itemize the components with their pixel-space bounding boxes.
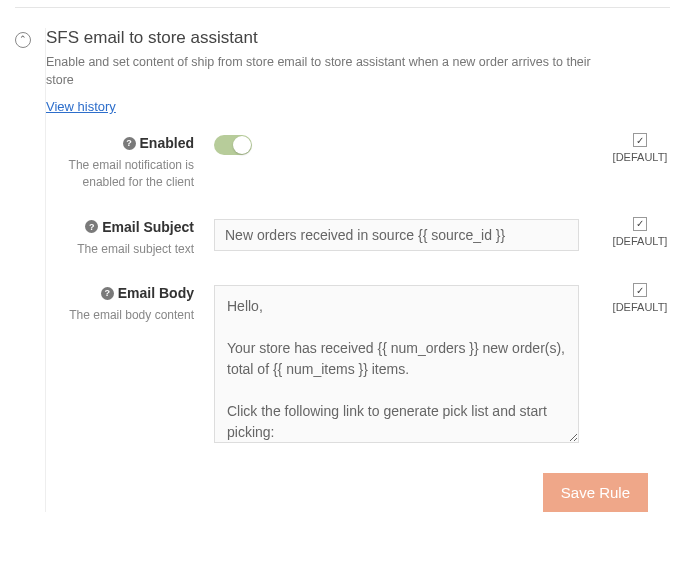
section-title: SFS email to store assistant (46, 28, 670, 48)
check-icon: ✓ (636, 135, 644, 146)
subject-desc: The email subject text (64, 241, 194, 258)
field-body: ? Email Body The email body content ✓ (64, 283, 670, 447)
enabled-toggle[interactable] (214, 135, 252, 155)
field-enabled: ? Enabled The email notification is enab… (64, 133, 670, 191)
subject-label: Email Subject (102, 219, 194, 235)
body-label: Email Body (118, 285, 194, 301)
enabled-label: Enabled (140, 135, 194, 151)
top-divider (15, 0, 670, 8)
enabled-default-label: [DEFAULT] (610, 151, 670, 163)
body-default-label: [DEFAULT] (610, 301, 670, 313)
enabled-desc: The email notification is enabled for th… (64, 157, 194, 191)
body-default-checkbox[interactable]: ✓ (633, 283, 647, 297)
check-icon: ✓ (636, 218, 644, 229)
section-description: Enable and set content of ship from stor… (46, 54, 606, 89)
enabled-default-checkbox[interactable]: ✓ (633, 133, 647, 147)
help-icon[interactable]: ? (85, 220, 98, 233)
toggle-knob (233, 136, 251, 154)
collapse-toggle[interactable]: ⌃ (15, 32, 31, 48)
view-history-link[interactable]: View history (46, 99, 116, 114)
subject-default-label: [DEFAULT] (610, 235, 670, 247)
field-subject: ? Email Subject The email subject text ✓ (64, 217, 670, 258)
body-desc: The email body content (64, 307, 194, 324)
help-icon[interactable]: ? (101, 287, 114, 300)
chevron-up-icon: ⌃ (19, 35, 27, 44)
body-textarea[interactable] (214, 285, 579, 443)
check-icon: ✓ (636, 285, 644, 296)
help-icon[interactable]: ? (123, 137, 136, 150)
subject-input[interactable] (214, 219, 579, 251)
save-rule-button[interactable]: Save Rule (543, 473, 648, 512)
subject-default-checkbox[interactable]: ✓ (633, 217, 647, 231)
